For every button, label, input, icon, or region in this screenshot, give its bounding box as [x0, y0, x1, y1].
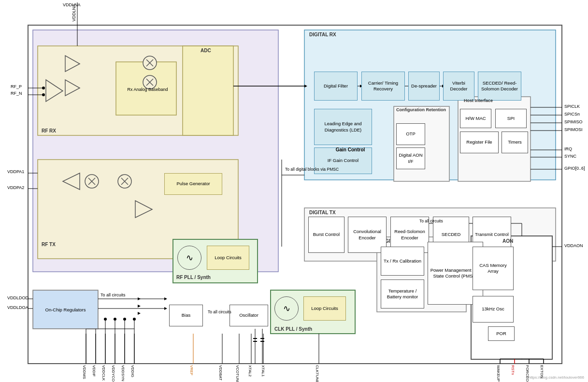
timers-block: Timers	[502, 132, 528, 153]
vddaon-label: VDDAON	[564, 243, 583, 248]
vddbat-label: VDDBAT	[218, 365, 223, 381]
vddpa2-label: VDDPA2	[7, 185, 24, 190]
to-all-circuits-1: To all circuits	[100, 293, 126, 297]
vddms-label: VDDMS	[82, 365, 86, 379]
otp-block: OTP	[396, 123, 425, 145]
config-retention-label: Configuration Retention	[396, 107, 446, 112]
digital-rx-label: DIGITAL RX	[309, 32, 336, 37]
rf-pll-label: RF PLL / Synth	[176, 275, 211, 280]
svg-marker-58	[65, 56, 80, 72]
to-all-circuits-bias: To all circuits	[208, 309, 231, 314]
tx-rx-cal-block: Tx / Rx Calibration	[381, 247, 424, 276]
gain-control-label: Gain Control	[320, 133, 381, 166]
vddclk-label: VDDCLK	[101, 365, 106, 381]
diagram-container: VDDLNA VDDLNA RF_P RF_N VDDPA1 VDDPA2 VD…	[0, 0, 588, 382]
rf-n-label: RF_N	[11, 91, 22, 96]
vddpa1-label: VDDPA1	[7, 169, 24, 174]
svg-point-20	[42, 93, 45, 96]
svg-marker-108	[138, 305, 141, 308]
clk-pll-label: CLK PLL / Synth	[274, 326, 312, 332]
svg-point-106	[133, 318, 136, 321]
svg-line-61	[88, 178, 95, 185]
loop-circuits-1-block: Loop Circuits	[207, 246, 249, 270]
digital-filter-block: Digital Filter	[314, 72, 358, 101]
rf-p-label: RF_P	[11, 84, 22, 89]
xtal1-label: XTAL1	[261, 365, 265, 377]
host-interface-label: Host Interface	[464, 98, 493, 103]
svg-point-60	[85, 175, 99, 188]
rstn-label: RSTn	[511, 365, 515, 375]
svg-rect-1	[33, 30, 278, 272]
digital-aon-block: Digital AON I/F	[396, 147, 425, 169]
vddlna-signal: VDDLNA	[72, 4, 76, 22]
on-chip-reg-block: On-Chip Regulators	[33, 290, 98, 329]
watermark: https://blog.csdn.net/loulover666	[529, 375, 584, 380]
viterbi-block: Viterbi Decoder	[443, 72, 474, 101]
rx-analog-label: Rx Analog Baseband	[120, 75, 175, 104]
to-all-circuits-top: To all circuits	[419, 219, 443, 223]
digital-tx-label: DIGITAL TX	[309, 210, 336, 215]
svg-line-52	[146, 59, 153, 66]
svg-marker-109	[138, 312, 141, 315]
rf-pll-osc: ∿	[177, 246, 201, 270]
svg-point-19	[42, 87, 45, 89]
svg-line-62	[88, 178, 95, 185]
osc-13khz-block: 13kHz Osc	[473, 296, 514, 323]
adc-label: ADC	[201, 48, 211, 53]
loop-circuits-2-block: Loop Circuits	[303, 296, 346, 321]
vddif-label: VDDIF	[92, 365, 96, 377]
svg-marker-87	[164, 307, 167, 310]
clktune-label: CLKTUNE	[315, 365, 319, 382]
secded-reed-block: SECDED/ Reed-Solomon Decoder	[478, 72, 521, 101]
carrier-timing-block: Carrier/ Timing Recovery	[361, 72, 405, 101]
svg-marker-66	[63, 173, 80, 190]
por-block: POR	[488, 326, 515, 341]
gpio-label: GPIO[0..6]	[564, 166, 585, 171]
svg-rect-5	[183, 46, 233, 135]
spiclk-label: SPICLK	[564, 104, 580, 109]
sync-label: SYNC	[564, 154, 576, 159]
temp-battery-block: Temperature / Battery monitor	[381, 279, 424, 309]
svg-marker-24	[304, 85, 307, 88]
svg-marker-107	[138, 297, 141, 300]
pulse-gen-block: Pulse Generator	[164, 173, 222, 195]
irq-label: IRQ	[564, 147, 572, 151]
svg-point-63	[118, 175, 131, 188]
clk-pll-osc: ∿	[274, 296, 299, 321]
cas-memory-block: CAS Memory Array	[473, 247, 514, 290]
svg-point-103	[104, 318, 107, 321]
vddldod-label: VDDLDOD	[7, 295, 29, 300]
xtal2-label: XTAL2	[248, 365, 252, 377]
svg-line-64	[121, 178, 128, 185]
vddig-label: VDDIG	[130, 365, 135, 377]
burst-control-block: Burst Control	[308, 217, 344, 253]
vcotune-label: VCOTUNE	[235, 365, 240, 382]
vddldoa-label: VDDLDOA	[7, 305, 29, 310]
to-all-digital-label: To all digital blocks via PMSC	[285, 167, 343, 172]
svg-marker-59	[65, 80, 80, 96]
svg-point-104	[114, 318, 116, 321]
svg-marker-86	[164, 297, 167, 300]
svg-line-65	[121, 178, 128, 185]
aon-label: AON	[502, 238, 513, 244]
spimiso-label: SPIMISO	[564, 119, 583, 124]
rf-rx-label: RF RX	[42, 128, 56, 133]
vddyco-label: VDDYCO	[111, 365, 115, 382]
hw-mac-block: H/W MAC	[460, 109, 491, 128]
svg-point-51	[143, 56, 157, 70]
spimosi-label: SPIMOSI	[564, 127, 583, 132]
svg-line-53	[146, 59, 153, 66]
spicsn-label: SPICSn	[564, 112, 580, 117]
svg-marker-67	[135, 201, 152, 218]
wakeup-label: WAKEUP	[496, 365, 501, 382]
register-file-block: Register File	[460, 132, 499, 153]
spi-block: SPI	[495, 109, 527, 128]
oscillator-block: Oscillator	[229, 305, 268, 326]
svg-marker-57	[46, 80, 63, 102]
despreader-block: De-spreader	[408, 72, 440, 101]
vref-label: VREF	[189, 365, 194, 375]
rf-tx-label: RF TX	[42, 242, 56, 247]
vddsyn-label: VDDSYN	[121, 365, 125, 381]
svg-point-105	[123, 318, 126, 321]
bias-block: Bias	[169, 305, 203, 326]
